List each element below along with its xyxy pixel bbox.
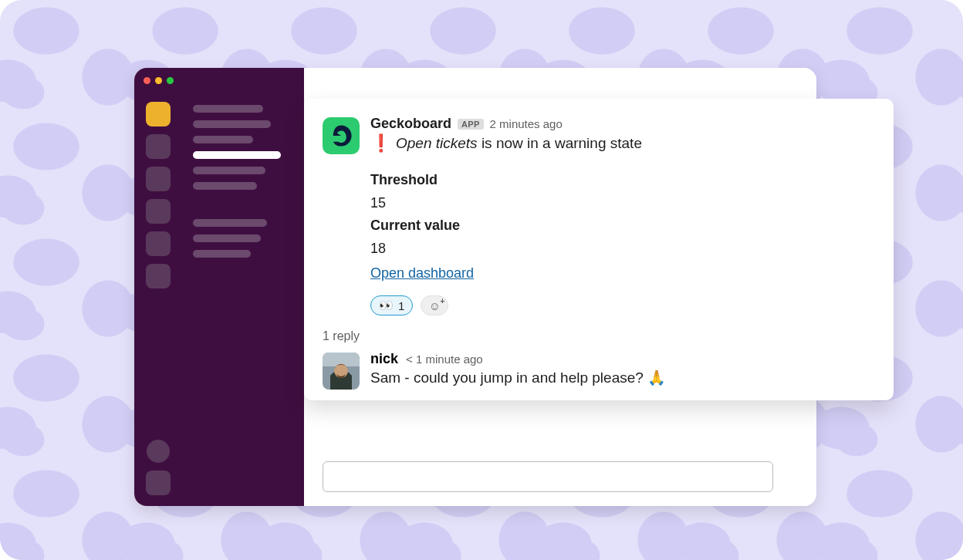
channel-item-active[interactable] bbox=[193, 151, 281, 159]
message-author[interactable]: Geckoboard bbox=[370, 116, 451, 132]
user-presence-icon[interactable] bbox=[147, 440, 170, 463]
reaction-bar: 👀 1 ☺ + bbox=[323, 295, 875, 315]
svg-point-2 bbox=[334, 364, 348, 378]
geckoboard-avatar bbox=[323, 117, 360, 154]
channel-item[interactable] bbox=[193, 167, 265, 174]
threshold-value: 15 bbox=[370, 192, 875, 215]
thread-reply: nick < 1 minute ago Sam - could you jump… bbox=[323, 351, 875, 386]
minimize-icon[interactable] bbox=[155, 77, 162, 84]
message-pane: Geckoboard APP 2 minutes ago ❗ Open tick… bbox=[304, 68, 816, 506]
channel-item[interactable] bbox=[193, 136, 253, 143]
eyes-icon: 👀 bbox=[379, 299, 394, 312]
close-icon[interactable] bbox=[144, 77, 150, 84]
exclamation-icon: ❗ bbox=[370, 135, 391, 152]
message: Geckoboard APP 2 minutes ago ❗ Open tick… bbox=[323, 116, 875, 285]
channel-item[interactable] bbox=[193, 182, 257, 190]
reply-body: Sam - could you jump in and help please?… bbox=[370, 369, 875, 386]
reply-count[interactable]: 1 reply bbox=[323, 329, 875, 343]
channel-item[interactable] bbox=[193, 234, 261, 242]
slack-window: Geckoboard APP 2 minutes ago ❗ Open tick… bbox=[134, 68, 816, 506]
workspace-button[interactable] bbox=[146, 199, 171, 224]
current-value: 18 bbox=[370, 238, 875, 261]
message-card: Geckoboard APP 2 minutes ago ❗ Open tick… bbox=[304, 99, 894, 400]
metric-name: Open tickets bbox=[396, 135, 478, 151]
add-reaction-button[interactable]: ☺ + bbox=[421, 295, 448, 315]
workspace-rail bbox=[134, 68, 182, 506]
threshold-label: Threshold bbox=[370, 169, 875, 192]
reply-timestamp[interactable]: < 1 minute ago bbox=[406, 353, 483, 366]
channel-item[interactable] bbox=[193, 219, 267, 227]
message-input[interactable] bbox=[323, 461, 773, 492]
app-canvas: Geckoboard APP 2 minutes ago ❗ Open tick… bbox=[0, 0, 963, 560]
channel-item[interactable] bbox=[193, 105, 263, 113]
smiley-icon: ☺ bbox=[429, 299, 441, 312]
reply-avatar[interactable] bbox=[323, 353, 360, 390]
reply-author[interactable]: nick bbox=[370, 351, 398, 367]
channel-item[interactable] bbox=[193, 250, 251, 258]
workspace-button-active[interactable] bbox=[146, 102, 171, 127]
channel-sidebar bbox=[182, 68, 304, 506]
workspace-button[interactable] bbox=[146, 167, 171, 191]
reaction-count: 1 bbox=[398, 299, 404, 312]
app-badge: APP bbox=[458, 119, 484, 130]
open-dashboard-link[interactable]: Open dashboard bbox=[370, 262, 474, 285]
alert-suffix: is now in a warning state bbox=[482, 135, 642, 151]
reaction-eyes[interactable]: 👀 1 bbox=[370, 295, 413, 315]
channel-item[interactable] bbox=[193, 120, 271, 128]
geckoboard-logo-icon bbox=[328, 123, 354, 149]
window-traffic-lights bbox=[144, 77, 174, 84]
workspace-button[interactable] bbox=[146, 231, 171, 256]
maximize-icon[interactable] bbox=[167, 77, 174, 84]
message-timestamp[interactable]: 2 minutes ago bbox=[490, 117, 563, 130]
alert-text: ❗ Open tickets is now in a warning state bbox=[370, 135, 875, 152]
plus-icon: + bbox=[441, 297, 445, 305]
workspace-button[interactable] bbox=[146, 264, 171, 288]
workspace-button[interactable] bbox=[146, 471, 171, 495]
alert-details: Threshold 15 Current value 18 Open dashb… bbox=[370, 169, 875, 285]
current-value-label: Current value bbox=[370, 214, 875, 238]
workspace-button[interactable] bbox=[146, 134, 171, 159]
